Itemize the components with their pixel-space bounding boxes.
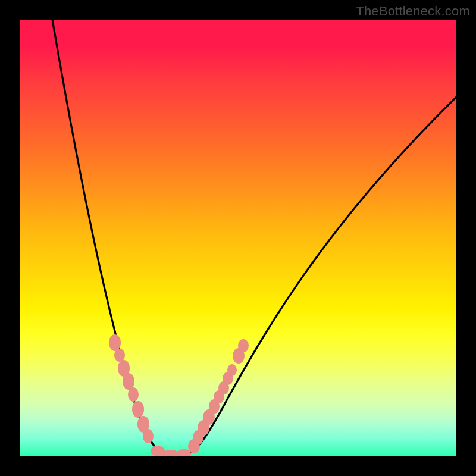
bottleneck-curve [52,20,456,456]
curve-marker [128,387,139,402]
curve-marker [227,364,237,376]
watermark-text: TheBottleneck.com [356,4,470,19]
curve-marker [177,449,191,456]
curve-marker [238,339,249,352]
curve-marker [132,401,144,418]
chart-stage: TheBottleneck.com [0,0,476,476]
plot-area [20,20,456,456]
curve-marker [114,349,125,362]
curve-marker [143,429,154,443]
curve-marker [162,450,179,456]
marker-group [109,334,249,456]
curve-layer [20,20,456,456]
curve-marker [109,334,121,351]
curve-marker [123,373,134,390]
